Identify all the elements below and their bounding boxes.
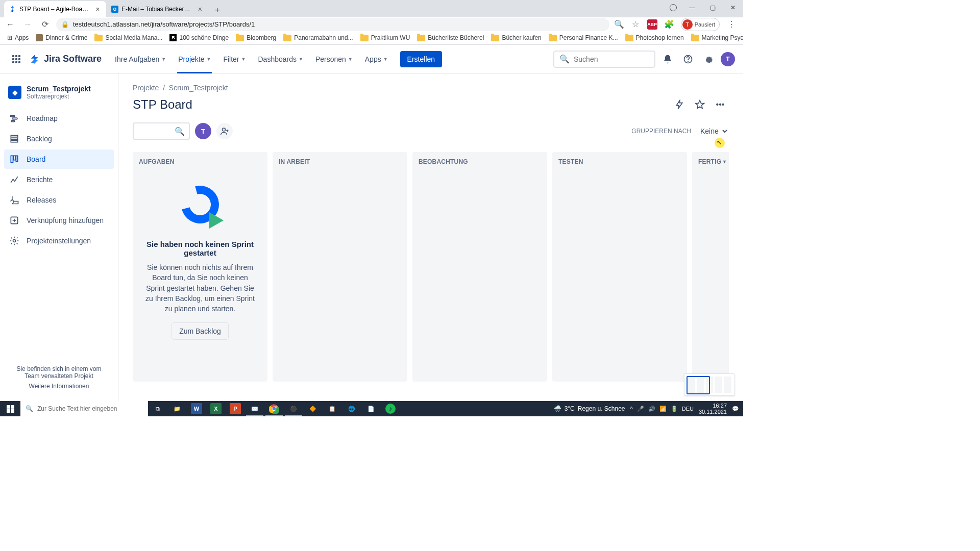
board-column-observation[interactable]: BEOBACHTUNG (412, 152, 547, 382)
nav-apps[interactable]: Apps▼ (360, 45, 393, 73)
forward-button[interactable]: → (21, 18, 34, 31)
breadcrumb-item[interactable]: Projekte (133, 84, 159, 92)
go-to-backlog-button[interactable]: Zum Backlog (172, 323, 228, 339)
wifi-icon[interactable]: 📶 (659, 406, 667, 412)
bookmark-star-icon[interactable]: ☆ (631, 20, 640, 29)
search-box[interactable]: 🔍 (553, 51, 655, 68)
settings-icon[interactable] (700, 51, 717, 67)
nav-people[interactable]: Personen▼ (310, 45, 358, 73)
assignee-avatar[interactable]: T (195, 123, 211, 139)
system-tray[interactable]: ^ 🎤 🔊 📶 🔋 DEU (630, 406, 694, 412)
chevron-down-icon[interactable]: ▼ (722, 159, 727, 164)
bookmark-item[interactable]: Dinner & Crime (33, 33, 90, 43)
app-switcher-icon[interactable] (8, 51, 24, 67)
breadcrumb-item[interactable]: Scrum_Testprojekt (169, 84, 228, 92)
maximize-button[interactable]: ▢ (702, 0, 723, 15)
volume-icon[interactable]: 🔊 (648, 406, 655, 412)
automation-icon[interactable] (671, 96, 688, 113)
search-input[interactable] (574, 55, 649, 63)
bookmark-item[interactable]: Bücherliste Bücherei (414, 33, 487, 43)
bookmark-item[interactable]: Marketing Psycholo... (688, 33, 743, 43)
star-icon[interactable] (691, 96, 708, 113)
obs-icon[interactable]: ⚫ (284, 401, 303, 416)
help-icon[interactable] (680, 51, 696, 67)
close-icon[interactable]: × (94, 5, 101, 13)
board-column-done[interactable]: FERTIG▼ (692, 152, 729, 382)
jira-logo[interactable]: Jira Software (30, 54, 102, 65)
bookmark-apps[interactable]: ⊞Apps (4, 33, 32, 43)
microphone-icon[interactable]: 🎤 (637, 406, 644, 412)
browser-menu-icon[interactable]: ⋮ (727, 20, 736, 29)
nav-filters[interactable]: Filter▼ (218, 45, 251, 73)
project-header[interactable]: ◆ Scrum_Testprojekt Softwareprojekt (4, 83, 114, 108)
bookmark-item[interactable]: Bücher kaufen (488, 33, 544, 43)
bookmark-item[interactable]: Bloomberg (233, 33, 279, 43)
nav-your-work[interactable]: Ihre Aufgaben▼ (110, 45, 171, 73)
notifications-icon[interactable]: 💬 (732, 406, 739, 412)
notepad-icon[interactable]: 📄 (361, 401, 381, 416)
zoom-icon[interactable]: 🔍 (615, 20, 624, 29)
app-icon[interactable]: 🔶 (303, 401, 323, 416)
minimap-viewport[interactable] (687, 376, 710, 394)
project-icon: ◆ (8, 86, 21, 99)
board-minimap[interactable] (684, 373, 735, 396)
new-tab-button[interactable]: + (210, 3, 225, 17)
back-button[interactable]: ← (4, 18, 16, 31)
browser-tab-jira[interactable]: STP Board – Agile-Board - Jira × (4, 1, 106, 17)
reload-button[interactable]: ⟳ (39, 18, 51, 31)
bookmark-item[interactable]: B100 schöne Dinge (166, 33, 232, 43)
mail-icon[interactable]: ✉️ (245, 401, 264, 416)
browser-tab-outlook[interactable]: O E-Mail – Tobias Becker – Outlook × (106, 1, 208, 17)
user-avatar[interactable]: T (721, 52, 735, 66)
sidebar-item-add-link[interactable]: Verknüpfung hinzufügen (4, 211, 114, 230)
taskbar-search[interactable]: 🔍Zur Suche Text hier eingeben (20, 401, 148, 416)
language-indicator[interactable]: DEU (682, 406, 694, 412)
board-title[interactable]: STP Board (133, 97, 192, 112)
bookmark-item[interactable]: Praktikum WU (357, 33, 413, 43)
weather-widget[interactable]: 🌧️ 3°C Regen u. Schnee (554, 405, 625, 412)
board-column-todo[interactable]: AUFGABEN Sie haben noch keinen Sprint ge… (133, 152, 267, 382)
notifications-icon[interactable] (659, 51, 676, 67)
sidebar-item-reports[interactable]: Berichte (4, 170, 114, 189)
close-window-button[interactable]: ✕ (723, 0, 743, 15)
more-actions-icon[interactable]: ••• (712, 96, 729, 113)
bookmark-item[interactable]: Panoramabahn und... (280, 33, 356, 43)
bookmark-item[interactable]: Social Media Mana... (91, 33, 165, 43)
nav-projects[interactable]: Projekte▼ (173, 45, 216, 73)
battery-icon[interactable]: 🔋 (671, 406, 678, 412)
create-button[interactable]: Erstellen (400, 51, 442, 67)
board-search[interactable]: 🔍 (133, 122, 190, 140)
adblock-extension-icon[interactable]: ABP (647, 19, 657, 30)
file-explorer-icon[interactable]: 📁 (167, 401, 187, 416)
board-column-inprogress[interactable]: IN ARBEIT (273, 152, 407, 382)
board-column-testing[interactable]: TESTEN (552, 152, 687, 382)
spotify-icon[interactable]: ♪ (381, 401, 400, 416)
start-button[interactable] (0, 401, 20, 416)
minimize-button[interactable]: — (682, 0, 702, 15)
taskbar-clock[interactable]: 16:27 30.11.2021 (699, 403, 727, 415)
sidebar-item-roadmap[interactable]: Roadmap (4, 109, 114, 128)
media-control-icon[interactable] (670, 4, 677, 11)
word-icon[interactable]: W (187, 401, 206, 416)
sidebar-item-settings[interactable]: Projekteinstellungen (4, 231, 114, 251)
edge-icon[interactable]: 🌐 (342, 401, 361, 416)
extensions-icon[interactable]: 🧩 (665, 20, 674, 29)
nav-dashboards[interactable]: Dashboards▼ (253, 45, 308, 73)
bookmark-item[interactable]: Photoshop lernen (622, 33, 687, 43)
sidebar-item-backlog[interactable]: Backlog (4, 129, 114, 148)
bookmark-item[interactable]: Personal Finance K... (546, 33, 621, 43)
powerpoint-icon[interactable]: P (226, 401, 245, 416)
sidebar-item-releases[interactable]: Releases (4, 190, 114, 210)
excel-icon[interactable]: X (206, 401, 226, 416)
close-icon[interactable]: × (197, 5, 203, 13)
footer-link[interactable]: Weitere Informationen (29, 383, 89, 390)
tray-chevron-icon[interactable]: ^ (630, 406, 633, 412)
add-people-button[interactable] (216, 123, 233, 139)
group-by-select[interactable]: Keine (696, 123, 729, 139)
url-field[interactable]: 🔒 testdeutsch1.atlassian.net/jira/softwa… (56, 18, 609, 31)
profile-chip[interactable]: T Pausiert (681, 18, 720, 31)
app-icon[interactable]: 📋 (323, 401, 342, 416)
chrome-icon[interactable] (264, 401, 284, 416)
sidebar-item-board[interactable]: Board (4, 149, 114, 169)
task-view-icon[interactable]: ⧉ (148, 401, 167, 416)
